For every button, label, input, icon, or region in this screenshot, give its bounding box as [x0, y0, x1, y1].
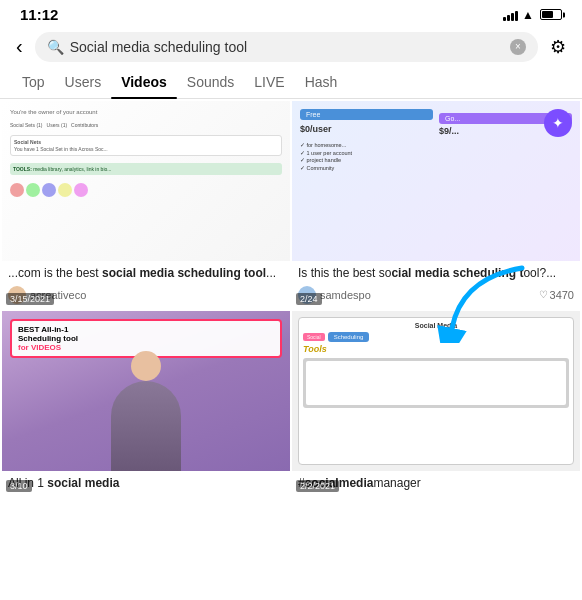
search-input-wrap[interactable]: 🔍 Social media scheduling tool × — [35, 32, 538, 62]
status-bar: 11:12 ▲ — [0, 0, 582, 27]
tools-label: Tools — [303, 344, 569, 354]
status-icons: ▲ — [503, 8, 562, 22]
search-icon: 🔍 — [47, 39, 64, 55]
username-1: acreativeco — [30, 289, 284, 301]
video-card-3[interactable]: BEST All-in-1 Scheduling tool for VIDEOS… — [2, 311, 290, 497]
person-silhouette — [106, 351, 186, 471]
videos-section: You're the owner of your account Social … — [0, 99, 582, 498]
video-timestamp-3: 3/10 — [6, 480, 32, 492]
thumb-users-contrib: Social Sets (1)Users (1)Contributors — [10, 122, 282, 128]
battery-icon — [540, 9, 562, 20]
overlay-line1: BEST All-in-1 — [18, 325, 274, 335]
thumb-social-nets: Social Nets You have 1 Social Set in thi… — [10, 135, 282, 156]
username-2: samdespo — [320, 289, 535, 301]
wifi-icon: ▲ — [522, 8, 534, 22]
video-timestamp-4: 2/2/2021 — [296, 480, 339, 492]
clear-search-button[interactable]: × — [510, 39, 526, 55]
likes-2: ♡ 3470 — [539, 289, 574, 301]
video-card-1[interactable]: You're the owner of your account Social … — [2, 101, 290, 309]
thumb-features: ✓ for homesome... ✓ 1 user per account ✓… — [300, 142, 572, 173]
thumb-header-text: You're the owner of your account — [10, 109, 282, 115]
video-timestamp-2: 2/24 — [296, 293, 322, 305]
tab-live[interactable]: LIVE — [244, 66, 294, 98]
thumb-free-label: Free — [300, 109, 433, 120]
video-title-4: #socialmediamanager — [298, 476, 574, 492]
video-title-3: All in 1 social media — [8, 476, 284, 492]
tab-hashtag[interactable]: Hash — [295, 66, 348, 98]
social-media-label: Social Media — [303, 322, 569, 329]
video-title-1: ...com is the best social media scheduli… — [8, 266, 284, 282]
scheduling-badge: Scheduling — [328, 332, 370, 342]
status-time: 11:12 — [20, 6, 58, 23]
search-bar: ‹ 🔍 Social media scheduling tool × ⚙ — [0, 27, 582, 66]
thumb-price-1: $0/user — [300, 124, 433, 134]
tab-top[interactable]: Top — [12, 66, 55, 98]
tab-videos[interactable]: Videos — [111, 66, 177, 98]
search-query: Social media scheduling tool — [70, 39, 504, 55]
heart-icon: ♡ — [539, 289, 548, 300]
video-timestamp-1: 3/15/2021 — [6, 293, 54, 305]
thumb-icon-bird: ✦ — [544, 109, 572, 137]
video-info-2: Is this the best social media scheduling… — [292, 261, 580, 309]
thumb-badge-social: Social — [303, 333, 325, 341]
video-info-3: All in 1 social media — [2, 471, 290, 497]
video-thumb-2: Free $0/user Go... $9/... ✓ for homesome… — [292, 101, 580, 261]
video-thumb-4: Social Media Social Scheduling Tools — [292, 311, 580, 471]
tab-bar: Top Users Videos Sounds LIVE Hash — [0, 66, 582, 99]
video-thumb-1: You're the owner of your account Social … — [2, 101, 290, 261]
video-title-2: Is this the best social media scheduling… — [298, 266, 574, 282]
tab-sounds[interactable]: Sounds — [177, 66, 244, 98]
signal-icon — [503, 9, 518, 21]
thumb-avatars — [10, 183, 282, 197]
videos-grid: You're the owner of your account Social … — [0, 99, 582, 498]
filter-button[interactable]: ⚙ — [546, 32, 570, 62]
thumb-badges: Social Scheduling — [303, 332, 569, 342]
tab-users[interactable]: Users — [55, 66, 112, 98]
video-card-2[interactable]: Free $0/user Go... $9/... ✓ for homesome… — [292, 101, 580, 309]
video-card-4[interactable]: Social Media Social Scheduling Tools 2/2… — [292, 311, 580, 497]
overlay-line2: Scheduling tool — [18, 334, 274, 343]
thumb-tools: TOOLS: media library, analytics, link in… — [10, 163, 282, 175]
thumb-screen-4: Social Media Social Scheduling Tools — [298, 317, 574, 465]
laptop-area — [303, 358, 569, 408]
back-button[interactable]: ‹ — [12, 31, 27, 62]
video-thumb-3: BEST All-in-1 Scheduling tool for VIDEOS — [2, 311, 290, 471]
video-meta-2: samdespo ♡ 3470 — [298, 286, 574, 304]
